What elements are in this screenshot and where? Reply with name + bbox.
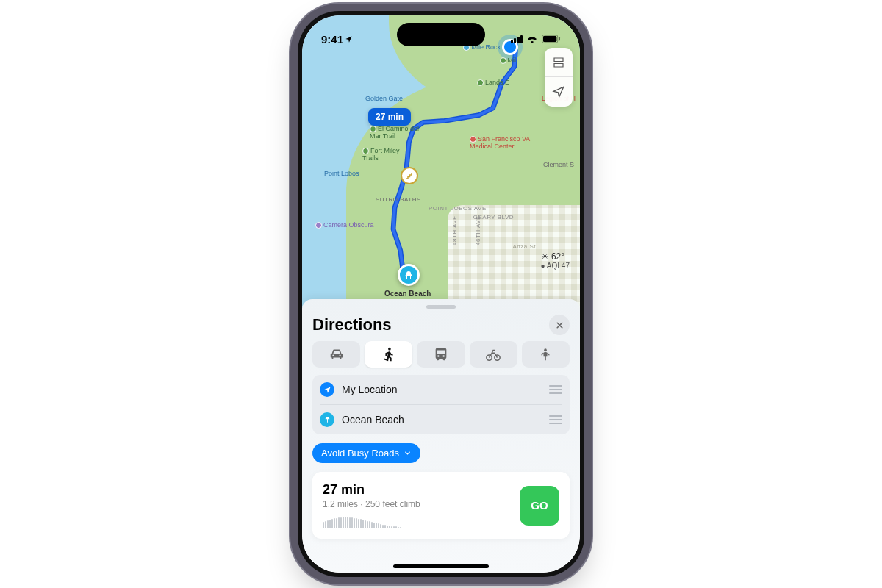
map-locate-button[interactable] (545, 77, 573, 107)
poi-sf-va: San Francisco VA Medical Center (470, 136, 536, 151)
mode-transit[interactable] (417, 341, 465, 368)
route-polyline (302, 15, 580, 299)
map-canvas[interactable]: 27 min Mile Rock Mil… Lands E Legion of … (302, 15, 580, 308)
location-arrow-icon (320, 382, 334, 397)
route-filter-chip[interactable]: Avoid Busy Roads (312, 443, 420, 463)
mode-drive[interactable] (312, 341, 360, 368)
poi-golden-gate: Golden Gate (365, 95, 403, 102)
poi-camera-obscura: Camera Obscura (315, 221, 374, 229)
sheet-title: Directions (312, 315, 392, 334)
from-label: My Location (342, 384, 542, 395)
weather-widget[interactable]: ☀︎ 62° ● AQI 47 (541, 251, 570, 270)
map-controls (545, 48, 573, 107)
directions-sheet: Directions (302, 299, 580, 573)
poi-sutro-baths: SUTRO BATHS (376, 196, 421, 203)
stairs-icon (401, 167, 418, 184)
mode-cycle[interactable] (470, 341, 517, 368)
poi-clement: Clement S (543, 161, 574, 168)
battery-icon (542, 35, 561, 43)
poi-lands-end: Lands E (477, 79, 509, 86)
status-time: 9:41 (321, 33, 353, 46)
elevation-sparkline (323, 515, 509, 528)
wifi-icon (526, 35, 538, 43)
beach-icon (320, 412, 334, 427)
waypoint-to[interactable]: Ocean Beach (320, 404, 562, 434)
poi-mil: Mil… (500, 57, 523, 64)
poi-point-lobos: Point Lobos (324, 170, 359, 177)
poi-el-camino: El Camino del Mar Trail (370, 126, 421, 140)
cellular-icon (511, 35, 523, 43)
street-48th: 48TH AVE (451, 215, 458, 245)
iphone-frame: 9:41 (298, 11, 584, 577)
waypoint-list: My Location Ocean Beach (312, 375, 570, 434)
street-46th: 46TH AVE (475, 215, 481, 245)
svg-point-6 (545, 348, 548, 351)
reorder-handle-icon[interactable] (549, 415, 562, 424)
reorder-handle-icon[interactable] (549, 385, 562, 394)
poi-fort-miley: Fort Miley Trails (362, 148, 406, 162)
svg-rect-2 (559, 37, 560, 41)
route-time-badge: 27 min (368, 108, 411, 126)
waypoint-from[interactable]: My Location (320, 375, 562, 404)
route-summary-card[interactable]: 27 min 1.2 miles · 250 feet climb GO (312, 472, 570, 539)
chevron-down-icon (404, 449, 412, 457)
mode-walk[interactable] (365, 341, 412, 368)
go-button[interactable]: GO (520, 486, 559, 526)
svg-rect-1 (543, 36, 556, 42)
location-services-icon (345, 35, 353, 43)
street-anza: Anza St (512, 243, 536, 250)
mode-rideshare[interactable] (522, 341, 570, 368)
close-button[interactable] (549, 315, 570, 335)
transport-modes (312, 341, 570, 368)
home-indicator[interactable] (393, 564, 489, 568)
destination-pin[interactable] (398, 264, 420, 286)
route-duration: 27 min (323, 482, 509, 498)
poi-ocean-beach: Ocean Beach (384, 290, 431, 298)
svg-point-3 (388, 348, 391, 351)
dynamic-island (397, 23, 485, 46)
to-label: Ocean Beach (342, 414, 542, 426)
route-detail: 1.2 miles · 250 feet climb (323, 499, 509, 509)
street-point-lobos-ave: POINT LOBOS AVE (429, 205, 487, 212)
sheet-grabber[interactable] (426, 305, 456, 309)
